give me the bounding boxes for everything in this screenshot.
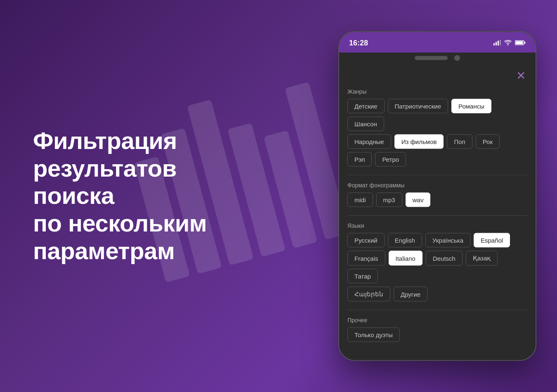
misc-section: Прочее Только дуэты [347,317,527,342]
svg-rect-12 [524,42,526,44]
tag-midi[interactable]: midi [347,193,373,207]
format-label: Формат фонограммы [347,182,527,189]
tag-kazakh[interactable]: Қазақ [466,251,498,266]
tag-duets[interactable]: Только дуэты [347,328,400,342]
status-time: 16:28 [349,38,368,47]
tag-романсы[interactable]: Романсы [451,99,491,113]
tag-рэп[interactable]: Рэп [347,152,372,167]
phone-mockup: 16:28 [338,31,536,361]
svg-rect-9 [500,40,501,46]
main-title: Фильтрация результатов поиска по несколь… [33,127,248,264]
tag-из-фильмов[interactable]: Из фильмов [394,135,444,149]
genres-label: Жанры [347,88,527,95]
format-tags-row: midi mp3 wav [347,193,527,207]
tag-патриотические[interactable]: Патриотические [388,99,448,113]
format-section: Формат фонограммы midi mp3 wav [347,182,527,207]
phone-frame: 16:28 [338,31,536,361]
genres-tags-row-3: Рэп Ретро [347,152,527,167]
notch-pill [415,56,448,60]
tag-spanish[interactable]: Español [474,233,510,248]
languages-tags-row-1: Русский English Українська Español [347,233,527,248]
tag-armenian[interactable]: Հայերեն [347,287,390,302]
tag-others[interactable]: Другие [394,287,427,302]
tag-рок[interactable]: Рок [476,135,500,149]
tag-детские[interactable]: Детские [347,99,385,113]
tag-russian[interactable]: Русский [347,233,385,248]
tag-german[interactable]: Deutsch [426,251,463,266]
tag-поп[interactable]: Поп [447,135,472,149]
notch-bar [339,53,536,65]
tag-english[interactable]: English [388,233,422,248]
divider-2 [347,215,527,216]
battery-icon [515,40,526,46]
genres-section: Жанры Детские Патриотические Романсы Шан… [347,88,527,167]
tag-шансон[interactable]: Шансон [347,117,384,131]
tag-french[interactable]: Français [347,251,385,266]
tag-ukrainian[interactable]: Українська [425,233,470,248]
tag-wav[interactable]: wav [406,193,431,207]
tag-ретро[interactable]: Ретро [375,152,406,167]
status-icons [493,40,526,46]
genres-tags-row-2: Народные Из фильмов Поп Рок [347,135,527,149]
misc-label: Прочее [347,317,527,324]
tag-tatar[interactable]: Татар [347,269,378,283]
svg-rect-6 [493,43,495,46]
svg-rect-7 [496,42,497,46]
status-bar: 16:28 [339,32,536,53]
languages-label: Языки [347,222,527,229]
misc-tags-row: Только дуэты [347,328,527,342]
languages-section: Языки Русский English Українська Español… [347,222,527,302]
divider-1 [347,175,527,175]
tag-народные[interactable]: Народные [347,135,391,149]
wifi-icon [504,40,512,46]
languages-tags-row-3: Հայերեն Другие [347,287,527,302]
tag-italian[interactable]: Italiano [389,251,422,266]
divider-3 [347,310,527,310]
left-panel: Фильтрация результатов поиска по несколь… [33,127,248,264]
tag-mp3[interactable]: mp3 [376,193,402,207]
genres-tags-row-1: Детские Патриотические Романсы Шансон [347,99,527,131]
svg-rect-8 [498,41,499,46]
close-button[interactable]: ✕ [516,70,526,82]
languages-tags-row-2: Français Italiano Deutsch Қазақ Татар [347,251,527,283]
svg-rect-11 [516,41,523,44]
phone-content: ✕ Жанры Детские Патриотические Романсы Ш… [339,65,536,360]
close-btn-row: ✕ [347,70,527,82]
notch-camera [454,55,460,61]
signal-icon [493,40,501,46]
